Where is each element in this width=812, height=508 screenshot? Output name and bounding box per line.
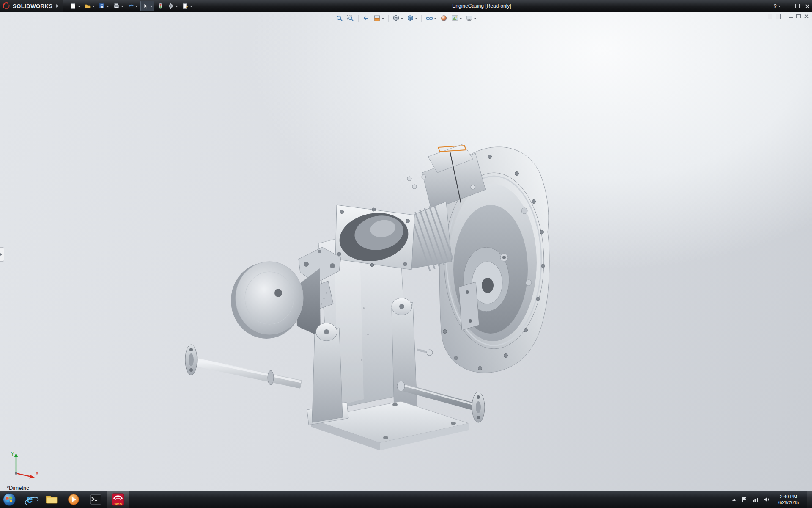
engine-casing-model[interactable] xyxy=(0,12,812,491)
document-minimize-button[interactable] xyxy=(789,17,793,18)
chevron-down-icon xyxy=(778,6,781,8)
start-button[interactable] xyxy=(0,491,19,508)
help-button[interactable]: ? xyxy=(774,3,781,9)
view-settings-icon xyxy=(466,14,473,22)
chevron-right-icon xyxy=(0,253,3,256)
title-bar: SOLIDWORKS xyxy=(0,0,812,12)
display-style-icon xyxy=(407,14,414,22)
tray-time: 2:40 PM xyxy=(778,494,799,500)
y-axis-arrow xyxy=(14,453,18,457)
open-button[interactable] xyxy=(83,1,96,11)
tray-date: 6/26/2015 xyxy=(778,500,799,505)
menu-expand-icon[interactable] xyxy=(56,4,60,8)
media-player-icon xyxy=(68,494,80,505)
chevron-down-icon xyxy=(415,18,418,21)
document-window-controls xyxy=(768,13,809,19)
chevron-down-icon xyxy=(92,6,95,8)
taskbar-item-command-prompt[interactable] xyxy=(85,491,107,508)
main-toolbar xyxy=(69,1,194,11)
windows-start-icon xyxy=(3,493,16,506)
chevron-down-icon xyxy=(121,6,123,8)
previous-view-icon xyxy=(362,14,370,22)
solidworks-logo: SOLIDWORKS xyxy=(0,0,63,12)
scene-icon xyxy=(451,14,459,22)
triad-origin xyxy=(15,472,17,475)
previous-view-button[interactable] xyxy=(361,14,371,23)
model-left-axle xyxy=(185,345,301,385)
file-properties-button[interactable] xyxy=(181,1,194,11)
next-window-icon[interactable] xyxy=(776,14,781,19)
minimize-button[interactable] xyxy=(786,6,790,6)
apply-scene-button[interactable] xyxy=(450,14,464,23)
folder-icon xyxy=(45,494,58,505)
toolbar-separator xyxy=(422,15,422,22)
select-cursor-icon xyxy=(142,3,149,9)
x-axis-arrow xyxy=(30,475,35,479)
document-close-button[interactable] xyxy=(804,14,809,18)
chevron-down-icon xyxy=(382,18,384,21)
save-icon xyxy=(99,3,105,9)
taskbar-item-file-explorer[interactable] xyxy=(41,491,63,508)
separator xyxy=(785,13,785,19)
view-orientation-button[interactable] xyxy=(391,14,405,23)
network-icon[interactable] xyxy=(752,497,759,502)
display-style-button[interactable] xyxy=(406,14,419,23)
chevron-down-icon xyxy=(474,18,477,21)
system-tray: 2:40 PM 6/26/2015 xyxy=(732,491,812,508)
new-document-button[interactable] xyxy=(69,1,82,11)
solidworks-window: SOLIDWORKS xyxy=(0,0,812,508)
close-button[interactable] xyxy=(805,4,809,8)
options-button[interactable] xyxy=(166,1,179,11)
zoom-to-fit-button[interactable] xyxy=(335,14,345,23)
taskbar-clock[interactable]: 2:40 PM 6/26/2015 xyxy=(775,494,802,506)
zoom-to-area-icon xyxy=(347,14,354,22)
new-document-icon xyxy=(70,3,77,9)
view-orientation-label: *Dimetric xyxy=(7,485,29,491)
chevron-down-icon xyxy=(401,18,403,21)
document-title: EngineCasing [Read-only] xyxy=(452,3,511,9)
view-settings-button[interactable] xyxy=(464,14,478,23)
file-properties-icon xyxy=(182,3,189,9)
previous-window-icon[interactable] xyxy=(768,14,772,19)
zoom-to-fit-icon xyxy=(336,14,343,22)
edit-appearance-button[interactable] xyxy=(439,14,449,23)
view-cube-icon xyxy=(392,14,400,22)
volume-icon[interactable] xyxy=(763,497,770,502)
open-folder-icon xyxy=(84,3,91,9)
show-hidden-icons-button[interactable] xyxy=(732,497,736,501)
gear-icon xyxy=(167,3,174,9)
save-button[interactable] xyxy=(97,1,110,11)
taskbar-item-media-player[interactable] xyxy=(63,491,85,508)
undo-icon xyxy=(127,3,134,9)
print-button[interactable] xyxy=(112,1,125,11)
taskbar-item-internet-explorer[interactable]: e xyxy=(19,491,41,508)
action-center-icon[interactable] xyxy=(741,496,747,503)
graphics-viewport[interactable]: Y X *Dimetric xyxy=(0,12,812,491)
orientation-triad: Y X xyxy=(8,450,41,482)
internet-explorer-icon: e xyxy=(26,494,33,505)
solidworks-version-badge: 2015 xyxy=(107,502,129,506)
select-tool-button[interactable] xyxy=(140,1,154,11)
app-name: SOLIDWORKS xyxy=(13,3,53,9)
feature-tree-collapse-handle[interactable] xyxy=(0,247,4,262)
appearance-ball-icon xyxy=(440,14,448,22)
rebuild-icon xyxy=(157,3,164,9)
y-axis-label: Y xyxy=(11,451,14,456)
command-prompt-icon xyxy=(90,494,102,505)
taskbar-item-solidworks-2015[interactable]: 2015 xyxy=(107,491,129,508)
restore-button[interactable] xyxy=(795,4,800,8)
section-view-icon xyxy=(373,14,381,22)
section-view-button[interactable] xyxy=(372,14,386,23)
chevron-down-icon xyxy=(434,18,437,21)
zoom-to-area-button[interactable] xyxy=(346,14,356,23)
rebuild-button[interactable] xyxy=(156,1,165,11)
undo-button[interactable] xyxy=(126,1,139,11)
glasses-icon xyxy=(426,14,433,22)
heads-up-toolbar xyxy=(335,14,478,23)
solidworks-logo-icon xyxy=(3,2,10,10)
chevron-down-icon xyxy=(135,6,138,8)
document-restore-button[interactable] xyxy=(796,14,801,18)
chevron-down-icon xyxy=(176,6,178,8)
show-desktop-button[interactable] xyxy=(807,491,812,508)
hide-show-items-button[interactable] xyxy=(425,14,438,23)
